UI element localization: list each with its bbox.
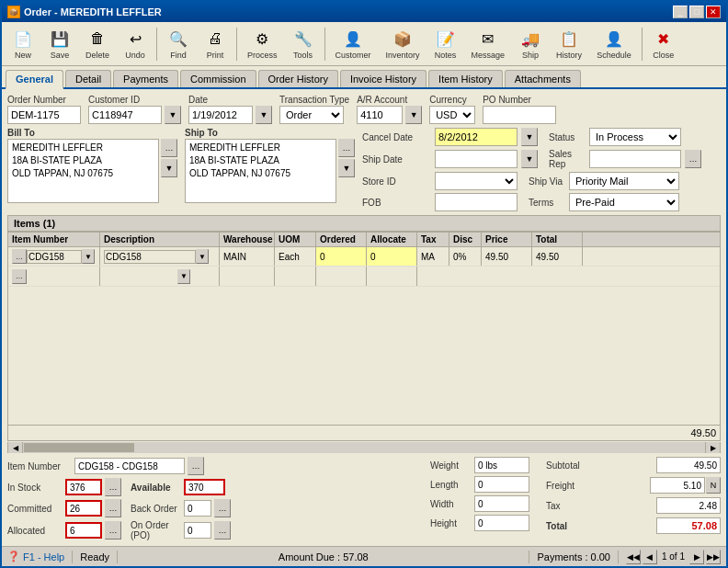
notes-button[interactable]: 📝 Notes bbox=[428, 25, 463, 62]
maximize-button[interactable]: □ bbox=[689, 6, 704, 18]
minimize-button[interactable]: _ bbox=[673, 6, 688, 18]
item-number-detail-input[interactable] bbox=[74, 458, 185, 474]
ar-account-input[interactable] bbox=[357, 106, 403, 124]
customer-id-group: Customer ID ▼ bbox=[88, 95, 181, 124]
allocated-dots[interactable]: … bbox=[105, 521, 121, 540]
tab-detail[interactable]: Detail bbox=[65, 70, 111, 87]
tab-commission[interactable]: Commission bbox=[180, 70, 256, 87]
scroll-right-button[interactable]: ▶ bbox=[705, 442, 720, 453]
back-order-input[interactable] bbox=[184, 500, 211, 517]
ship-date-dropdown[interactable]: ▼ bbox=[521, 150, 538, 168]
history-button[interactable]: 📋 History bbox=[550, 25, 588, 62]
close-button[interactable]: ✖ Close bbox=[646, 25, 681, 62]
cell-allocate[interactable]: 0 bbox=[367, 247, 417, 266]
item-number-dots[interactable]: … bbox=[12, 249, 27, 264]
undo-button[interactable]: ↩ Undo bbox=[118, 25, 153, 62]
status-select[interactable]: In Process bbox=[589, 128, 681, 146]
tab-item-history[interactable]: Item History bbox=[428, 70, 503, 87]
cell-ordered[interactable]: 0 bbox=[316, 247, 367, 266]
order-number-input[interactable] bbox=[7, 106, 81, 124]
find-button[interactable]: 🔍 Find bbox=[161, 25, 196, 62]
item-number-dropdown[interactable]: ▼ bbox=[82, 249, 95, 264]
item-number-detail-dots[interactable]: … bbox=[188, 457, 204, 475]
tab-general[interactable]: General bbox=[6, 70, 63, 89]
inventory-button[interactable]: 📦 Inventory bbox=[380, 25, 427, 62]
available-input[interactable] bbox=[184, 479, 225, 495]
delete-button[interactable]: 🗑 Delete bbox=[79, 25, 116, 62]
freight-input[interactable] bbox=[650, 477, 705, 494]
ship-to-scroll-down[interactable]: ▼ bbox=[338, 159, 355, 177]
nav-first-button[interactable]: ◀◀ bbox=[626, 550, 641, 564]
nav-prev-button[interactable]: ◀ bbox=[643, 550, 657, 564]
find-label: Find bbox=[170, 51, 187, 60]
allocated-input[interactable] bbox=[65, 522, 102, 539]
height-input[interactable] bbox=[474, 515, 529, 531]
message-icon: ✉ bbox=[477, 28, 499, 50]
width-input[interactable] bbox=[474, 495, 529, 512]
process-button[interactable]: ⚙ Process bbox=[241, 25, 284, 62]
empty-item-dots[interactable]: … bbox=[12, 269, 27, 284]
fob-input[interactable] bbox=[435, 193, 518, 211]
on-order-dots[interactable]: … bbox=[214, 521, 231, 540]
ar-account-dropdown[interactable]: ▼ bbox=[405, 106, 422, 124]
nav-last-button[interactable]: ▶▶ bbox=[706, 550, 721, 564]
scroll-left-button[interactable]: ◀ bbox=[8, 442, 23, 453]
date-input[interactable] bbox=[188, 106, 253, 124]
date-dropdown[interactable]: ▼ bbox=[256, 106, 272, 124]
in-stock-dots[interactable]: … bbox=[105, 478, 121, 496]
message-button[interactable]: ✉ Message bbox=[465, 25, 512, 62]
currency-select[interactable]: USD bbox=[429, 106, 475, 124]
tab-order-history[interactable]: Order History bbox=[258, 70, 338, 87]
item-number-input[interactable] bbox=[27, 250, 82, 264]
length-input[interactable] bbox=[474, 476, 529, 493]
description-input[interactable] bbox=[104, 250, 196, 264]
tab-attachments[interactable]: Attachments bbox=[505, 70, 581, 87]
empty-desc-dropdown[interactable]: ▼ bbox=[177, 269, 190, 284]
customer-button[interactable]: 👤 Customer bbox=[329, 25, 378, 62]
cell-empty-ord bbox=[316, 267, 367, 286]
bill-to-address: MEREDITH LEFFLER 18A BI-STATE PLAZA OLD … bbox=[7, 139, 159, 203]
cell-empty-uom bbox=[275, 267, 316, 286]
tab-payments[interactable]: Payments bbox=[113, 70, 178, 87]
transaction-type-select[interactable]: Order bbox=[279, 106, 344, 124]
customer-id-dots-button[interactable]: ▼ bbox=[165, 106, 181, 124]
customer-id-input[interactable] bbox=[88, 106, 162, 124]
schedule-button[interactable]: 👤 Schedule bbox=[590, 25, 638, 62]
sales-rep-dots-button[interactable]: … bbox=[685, 150, 701, 168]
total-input[interactable] bbox=[656, 517, 721, 534]
sales-rep-input[interactable] bbox=[589, 150, 681, 168]
cancel-date-input[interactable] bbox=[435, 128, 518, 146]
back-order-dots[interactable]: … bbox=[214, 499, 231, 517]
tax-input[interactable] bbox=[656, 497, 721, 514]
scroll-thumb[interactable] bbox=[24, 443, 134, 452]
ship-button[interactable]: 🚚 Ship bbox=[513, 25, 548, 62]
ship-to-dots-button[interactable]: … bbox=[338, 139, 355, 157]
delete-label: Delete bbox=[85, 51, 109, 60]
print-button[interactable]: 🖨 Print bbox=[198, 25, 233, 62]
tools-button[interactable]: 🔧 Tools bbox=[286, 25, 321, 62]
bill-to-dots-button[interactable]: … bbox=[161, 139, 177, 157]
in-stock-input[interactable] bbox=[65, 479, 102, 495]
horizontal-scrollbar[interactable]: ◀ ▶ bbox=[7, 442, 721, 453]
tab-invoice-history[interactable]: Invoice History bbox=[340, 70, 427, 87]
new-button[interactable]: 📄 New bbox=[6, 25, 40, 62]
freight-n-button[interactable]: N bbox=[706, 477, 721, 494]
ship-via-select[interactable]: Priority Mail bbox=[569, 172, 679, 190]
terms-select[interactable]: Pre-Paid bbox=[569, 193, 679, 211]
cancel-date-dropdown[interactable]: ▼ bbox=[521, 128, 538, 146]
length-row: Length bbox=[430, 476, 540, 493]
po-number-input[interactable] bbox=[483, 106, 556, 124]
subtotal-input[interactable] bbox=[656, 457, 721, 473]
weight-input[interactable] bbox=[474, 457, 529, 473]
committed-input[interactable] bbox=[65, 500, 102, 517]
store-id-select[interactable] bbox=[435, 172, 518, 190]
nav-next-button[interactable]: ▶ bbox=[689, 550, 704, 564]
committed-dots[interactable]: … bbox=[105, 499, 121, 517]
close-window-button[interactable]: ✕ bbox=[706, 6, 721, 18]
save-button[interactable]: 💾 Save bbox=[42, 25, 77, 62]
on-order-input[interactable] bbox=[184, 522, 211, 539]
bill-to-scroll-down[interactable]: ▼ bbox=[161, 159, 177, 177]
help-button[interactable]: ❓ F1 - Help bbox=[7, 551, 64, 562]
description-dropdown[interactable]: ▼ bbox=[196, 249, 209, 264]
ship-date-input[interactable] bbox=[435, 150, 518, 168]
